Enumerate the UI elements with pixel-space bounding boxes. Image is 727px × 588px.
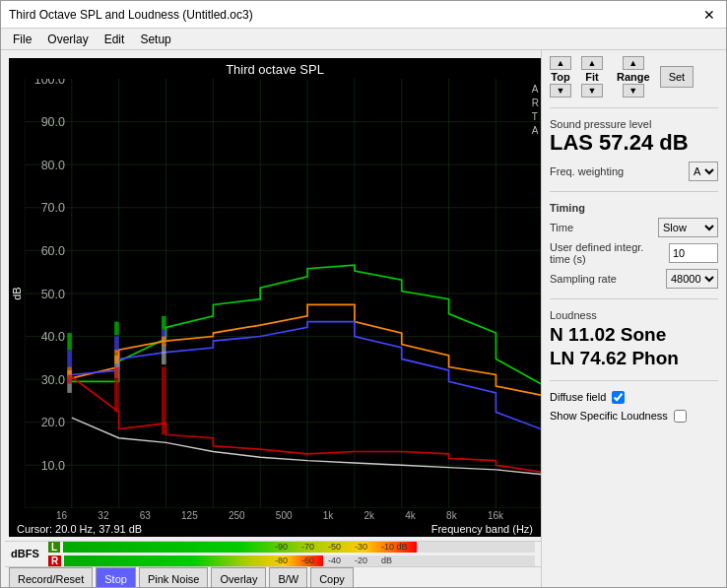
chart-wrapper: dB (9, 79, 541, 508)
svg-text:10.0: 10.0 (41, 459, 65, 473)
time-label: Time (550, 222, 573, 233)
spl-section-label: Sound pressure level (550, 118, 718, 130)
svg-rect-40 (114, 322, 119, 336)
dbfs-bar: dBFS L -90-70-50-30-10 dB R (5, 541, 541, 566)
svg-rect-46 (162, 337, 166, 346)
loudness-label: Loudness (550, 309, 718, 321)
y-axis-label: dB (9, 79, 25, 508)
x-tick-4k: 4k (405, 510, 416, 521)
x-axis-labels: 16 32 63 125 250 500 1k 2k 4k 8k 16k (9, 508, 541, 521)
copy-button[interactable]: Copy (310, 567, 354, 587)
window-title: Third Octave SPL and Loudness (Untitled.… (9, 8, 253, 22)
title-bar: Third Octave SPL and Loudness (Untitled.… (1, 1, 726, 29)
dbfs-label: dBFS (11, 548, 42, 559)
svg-rect-45 (162, 316, 166, 330)
svg-text:20.0: 20.0 (41, 416, 65, 429)
divider-3 (550, 298, 718, 299)
fit-label: Fit (585, 71, 598, 83)
sampling-rate-select[interactable]: 48000 44100 (666, 269, 718, 289)
x-tick-16k: 16k (488, 510, 503, 521)
menu-setup[interactable]: Setup (134, 31, 176, 48)
svg-rect-41 (114, 350, 119, 363)
x-tick-125: 125 (181, 510, 198, 521)
fit-up-button[interactable]: ▲ (581, 56, 603, 70)
spl-value: LAS 57.24 dB (550, 130, 718, 156)
svg-rect-35 (67, 333, 72, 350)
bottom-toolbar: Record/Reset Stop Pink Noise Overlay B/W… (5, 566, 541, 587)
dbfs-l-channel: L (48, 542, 60, 553)
svg-text:60.0: 60.0 (41, 244, 65, 258)
svg-text:70.0: 70.0 (41, 201, 65, 215)
menu-bar: File Overlay Edit Setup (1, 29, 726, 50)
loudness-ln-value: LN 74.62 Phon (550, 347, 718, 370)
svg-rect-34 (67, 350, 72, 366)
x-tick-500: 500 (276, 510, 293, 521)
dbfs-meters: L -90-70-50-30-10 dB R (48, 542, 535, 566)
overlay-button[interactable]: Overlay (211, 567, 266, 587)
svg-rect-39 (114, 337, 119, 353)
svg-rect-37 (67, 375, 72, 384)
main-content: Third octave SPL dB (1, 50, 726, 587)
user-defined-label: User defined integr. time (s) (550, 241, 667, 265)
sampling-rate-label: Sampling rate (550, 273, 617, 285)
cursor-info: Cursor: 20.0 Hz, 37.91 dB (17, 523, 142, 535)
top-up-button[interactable]: ▲ (550, 56, 571, 70)
pink-noise-button[interactable]: Pink Noise (139, 567, 209, 587)
menu-edit[interactable]: Edit (99, 31, 131, 48)
diffuse-field-label: Diffuse field (550, 391, 606, 403)
fit-down-button[interactable]: ▼ (581, 84, 603, 98)
divider-2 (550, 191, 718, 192)
time-row: Time Slow Fast Impulse (550, 218, 718, 237)
timing-section: Timing Time Slow Fast Impulse User defin… (550, 202, 718, 289)
fit-control-group: ▲ Fit ▼ (581, 56, 603, 98)
right-panel: ▲ Top ▼ ▲ Fit ▼ ▲ Range ▼ Set (541, 50, 726, 587)
bw-button[interactable]: B/W (269, 567, 307, 587)
svg-text:40.0: 40.0 (41, 330, 65, 344)
show-specific-row: Show Specific Loudness (550, 410, 718, 423)
user-defined-input[interactable]: 10 (669, 243, 718, 263)
record-reset-button[interactable]: Record/Reset (9, 567, 93, 587)
divider-1 (550, 107, 718, 108)
dbfs-l-labels: -90-70-50-30-10 dB (275, 542, 408, 552)
range-label: Range (617, 71, 650, 83)
menu-overlay[interactable]: Overlay (41, 31, 94, 48)
top-control-group: ▲ Top ▼ (550, 56, 571, 98)
top-range-controls: ▲ Top ▼ ▲ Fit ▼ ▲ Range ▼ Set (550, 56, 718, 98)
chart-section: Third octave SPL dB (5, 54, 541, 587)
timing-label: Timing (550, 202, 718, 214)
x-tick-16: 16 (56, 510, 67, 521)
menu-file[interactable]: File (7, 31, 37, 48)
time-select[interactable]: Slow Fast Impulse (658, 218, 718, 237)
top-down-button[interactable]: ▼ (550, 84, 571, 98)
x-tick-63: 63 (140, 510, 151, 521)
range-down-button[interactable]: ▼ (623, 84, 644, 98)
svg-rect-43 (162, 345, 166, 365)
range-up-button[interactable]: ▲ (623, 56, 644, 70)
x-tick-250: 250 (229, 510, 245, 521)
chart-area: Third octave SPL dB (9, 58, 541, 537)
freq-weighting-select[interactable]: A B C Z (689, 162, 718, 181)
show-specific-checkbox[interactable] (674, 410, 687, 423)
close-button[interactable]: ✕ (700, 6, 718, 24)
loudness-section: Loudness N 11.02 Sone LN 74.62 Phon (550, 309, 718, 370)
spl-section: Sound pressure level LAS 57.24 dB (550, 118, 718, 156)
x-tick-2k: 2k (364, 510, 375, 521)
sampling-rate-row: Sampling rate 48000 44100 (550, 269, 718, 289)
stop-button[interactable]: Stop (96, 567, 136, 587)
main-window: Third Octave SPL and Loudness (Untitled.… (0, 0, 727, 588)
dbfs-r-labels: -80-60-40-20dB (275, 555, 392, 565)
cursor-info-bar: Cursor: 20.0 Hz, 37.91 dB Frequency band… (9, 521, 541, 537)
chart-title: Third octave SPL (9, 58, 541, 79)
svg-rect-47 (162, 366, 166, 434)
svg-text:80.0: 80.0 (41, 159, 65, 172)
diffuse-field-checkbox[interactable] (612, 391, 625, 404)
svg-rect-42 (114, 366, 119, 412)
chart-svg: 100.0 90.0 80.0 70.0 60.0 50.0 40.0 30.0… (25, 79, 541, 508)
set-button[interactable]: Set (660, 66, 694, 88)
range-control-group: ▲ Range ▼ (617, 56, 650, 98)
top-label: Top (551, 71, 569, 83)
set-control-group: Set (660, 66, 694, 88)
freq-weighting-row: Freq. weighting A B C Z (550, 162, 718, 181)
dbfs-r-channel: R (48, 555, 61, 566)
svg-text:100.0: 100.0 (34, 79, 65, 87)
